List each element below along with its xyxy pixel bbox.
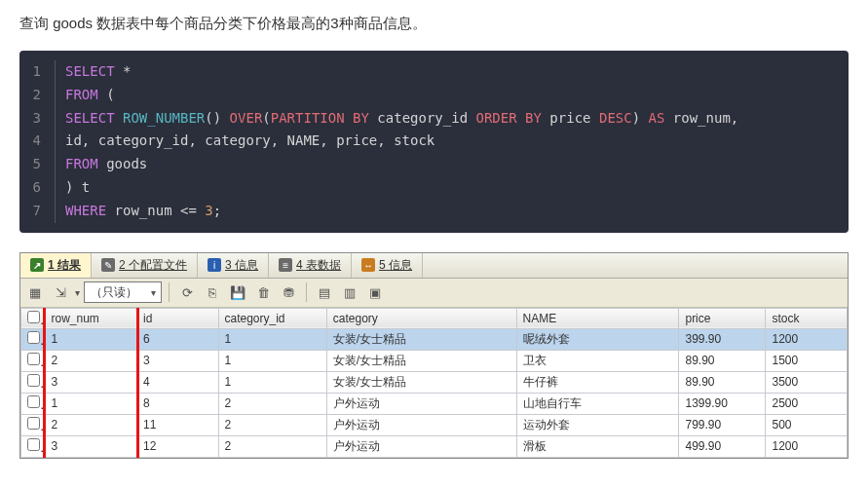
- cell-category_id[interactable]: 2: [218, 393, 326, 414]
- grid-icon[interactable]: ▦: [24, 282, 46, 303]
- delete-icon[interactable]: 🗑: [252, 282, 274, 303]
- cell-category[interactable]: 户外运动: [326, 414, 516, 435]
- line-number: 6: [19, 176, 55, 200]
- table-row[interactable]: 341女装/女士精品牛仔裤89.903500: [21, 371, 848, 393]
- refresh-icon[interactable]: ⟳: [176, 282, 198, 303]
- code-line: 5FROM goods: [19, 153, 849, 176]
- cell-name[interactable]: 牛仔裤: [516, 371, 679, 393]
- view-grid-icon[interactable]: ▤: [314, 282, 335, 303]
- tab-profiles[interactable]: ✎ 2 个配置文件: [92, 253, 198, 278]
- copy-icon[interactable]: ⎘: [202, 282, 223, 303]
- code-content[interactable]: SELECT *: [65, 60, 131, 84]
- cell-row_num[interactable]: 1: [45, 393, 137, 414]
- cell-stock[interactable]: 1500: [766, 350, 848, 371]
- cell-price[interactable]: 399.90: [679, 328, 766, 350]
- table-row[interactable]: 2112户外运动运动外套799.90500: [21, 414, 848, 435]
- gutter-separator: [55, 84, 56, 107]
- select-all-checkbox[interactable]: [27, 311, 40, 323]
- cell-category[interactable]: 女装/女士精品: [326, 350, 516, 371]
- cell-stock[interactable]: 500: [766, 414, 848, 435]
- row-checkbox[interactable]: [27, 395, 40, 408]
- cell-category_id[interactable]: 2: [218, 414, 326, 435]
- cell-stock[interactable]: 2500: [766, 393, 848, 414]
- export-icon[interactable]: ⇲: [50, 282, 71, 303]
- cell-id[interactable]: 6: [137, 328, 218, 350]
- row-checkbox-cell[interactable]: [21, 393, 45, 414]
- cell-name[interactable]: 呢绒外套: [516, 328, 679, 350]
- header-checkbox[interactable]: [21, 308, 45, 328]
- gutter-separator: [55, 130, 56, 153]
- cell-price[interactable]: 89.90: [679, 371, 766, 393]
- code-content[interactable]: ) t: [65, 176, 90, 200]
- table-row[interactable]: 161女装/女士精品呢绒外套399.901200: [21, 328, 848, 350]
- cell-category_id[interactable]: 1: [218, 328, 326, 350]
- save-icon[interactable]: 💾: [227, 282, 248, 303]
- row-checkbox-cell[interactable]: [21, 350, 45, 371]
- cell-name[interactable]: 卫衣: [516, 350, 679, 371]
- cell-stock[interactable]: 1200: [766, 328, 848, 350]
- tab-tabledata[interactable]: ≡ 4 表数据: [269, 253, 352, 278]
- cell-id[interactable]: 8: [137, 393, 218, 414]
- cell-id[interactable]: 12: [137, 435, 218, 457]
- code-content[interactable]: id, category_id, category, NAME, price, …: [65, 130, 434, 153]
- table-row[interactable]: 3122户外运动滑板499.901200: [21, 435, 848, 457]
- cell-category[interactable]: 户外运动: [326, 393, 516, 414]
- col-header-price[interactable]: price: [679, 308, 766, 328]
- data-grid[interactable]: row_num id category_id category NAME pri…: [20, 308, 848, 458]
- cell-category_id[interactable]: 2: [218, 435, 326, 457]
- col-header-rownum[interactable]: row_num: [45, 308, 137, 328]
- cell-stock[interactable]: 3500: [766, 371, 848, 393]
- cell-row_num[interactable]: 1: [45, 328, 137, 350]
- tab-info2[interactable]: ↔ 5 信息: [352, 253, 423, 278]
- row-checkbox-cell[interactable]: [21, 371, 45, 393]
- cell-row_num[interactable]: 2: [45, 350, 137, 371]
- cell-category[interactable]: 户外运动: [326, 435, 516, 457]
- separator: [306, 282, 307, 302]
- cell-price[interactable]: 1399.90: [679, 393, 766, 414]
- row-checkbox[interactable]: [27, 417, 40, 430]
- cell-price[interactable]: 799.90: [679, 414, 766, 435]
- cell-category_id[interactable]: 1: [218, 371, 326, 393]
- cell-row_num[interactable]: 3: [45, 371, 137, 393]
- row-checkbox[interactable]: [27, 331, 40, 344]
- code-content[interactable]: FROM goods: [65, 153, 147, 176]
- code-content[interactable]: WHERE row_num <= 3;: [65, 200, 221, 223]
- cell-id[interactable]: 4: [137, 371, 218, 393]
- table-row[interactable]: 231女装/女士精品卫衣89.901500: [21, 350, 848, 371]
- cell-name[interactable]: 运动外套: [516, 414, 679, 435]
- cell-category[interactable]: 女装/女士精品: [326, 371, 516, 393]
- table-row[interactable]: 182户外运动山地自行车1399.902500: [21, 393, 848, 414]
- cell-price[interactable]: 499.90: [679, 435, 766, 457]
- row-checkbox[interactable]: [27, 438, 40, 451]
- cell-name[interactable]: 滑板: [516, 435, 679, 457]
- cell-id[interactable]: 3: [137, 350, 218, 371]
- row-checkbox-cell[interactable]: [21, 328, 45, 350]
- col-header-name[interactable]: NAME: [516, 308, 679, 328]
- col-header-stock[interactable]: stock: [766, 308, 848, 328]
- table-icon: ≡: [279, 258, 292, 272]
- row-checkbox[interactable]: [27, 353, 40, 365]
- cell-category[interactable]: 女装/女士精品: [326, 328, 516, 350]
- view-text-icon[interactable]: ▣: [364, 282, 386, 303]
- col-header-category[interactable]: category: [326, 308, 516, 328]
- cell-price[interactable]: 89.90: [679, 350, 766, 371]
- cell-stock[interactable]: 1200: [766, 435, 848, 457]
- readonly-dropdown[interactable]: （只读）: [84, 282, 162, 303]
- row-checkbox[interactable]: [27, 374, 40, 387]
- col-header-id[interactable]: id: [137, 308, 218, 328]
- view-form-icon[interactable]: ▥: [339, 282, 360, 303]
- cell-row_num[interactable]: 2: [45, 414, 137, 435]
- code-content[interactable]: SELECT ROW_NUMBER() OVER(PARTITION BY ca…: [65, 107, 738, 131]
- row-checkbox-cell[interactable]: [21, 435, 45, 457]
- tab-info1[interactable]: i 3 信息: [198, 253, 269, 278]
- gutter-separator: [55, 107, 56, 131]
- tab-results[interactable]: ↗ 1 结果: [20, 253, 92, 278]
- col-header-categoryid[interactable]: category_id: [218, 308, 326, 328]
- cell-row_num[interactable]: 3: [45, 435, 137, 457]
- cell-id[interactable]: 11: [137, 414, 218, 435]
- filter-icon[interactable]: ⛃: [278, 282, 299, 303]
- row-checkbox-cell[interactable]: [21, 414, 45, 435]
- code-content[interactable]: FROM (: [65, 84, 115, 107]
- cell-category_id[interactable]: 1: [218, 350, 326, 371]
- cell-name[interactable]: 山地自行车: [516, 393, 679, 414]
